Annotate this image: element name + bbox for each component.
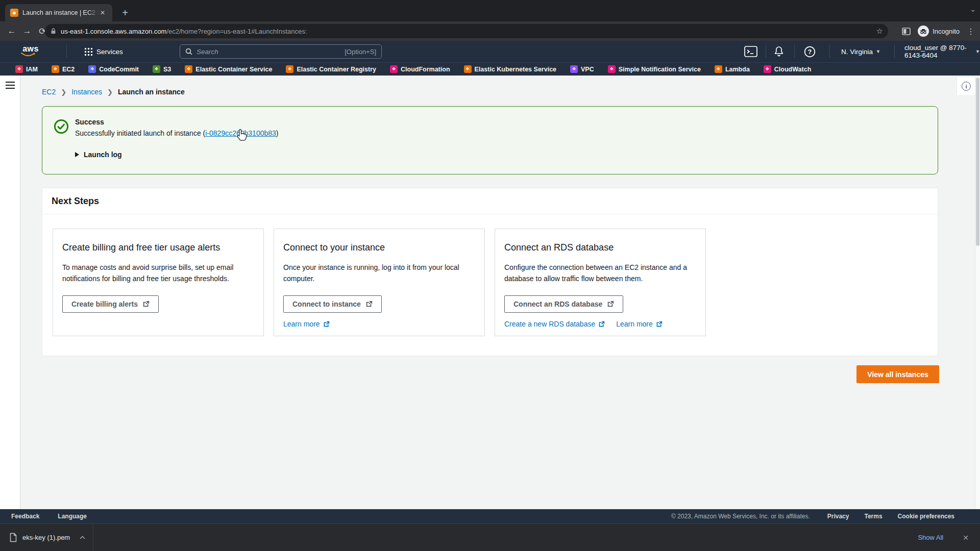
search-icon	[185, 48, 192, 55]
bell-icon	[773, 46, 785, 57]
split-screen-icon[interactable]	[902, 28, 911, 35]
view-all-instances-button[interactable]: View all instances	[856, 365, 939, 383]
incognito-badge: Incognito	[918, 26, 960, 37]
page-scrollbar[interactable]	[975, 76, 980, 509]
shelf-divider	[93, 524, 93, 551]
aws-console-favicon: ◆	[10, 9, 18, 17]
privacy-link[interactable]: Privacy	[827, 513, 849, 520]
service-icon	[764, 65, 771, 73]
search-placeholder: Search	[197, 48, 218, 56]
forward-icon[interactable]: →	[19, 26, 35, 36]
browser-tab[interactable]: ◆ Launch an instance | EC2 Mana ✕	[5, 4, 112, 21]
download-filename: eks-key (1).pem	[22, 534, 70, 541]
chevron-down-icon: ▼	[876, 49, 880, 54]
browser-menu-icon[interactable]: ⋮	[967, 27, 975, 36]
service-icon	[185, 65, 192, 73]
bookmark-star-icon[interactable]: ☆	[876, 27, 883, 36]
favorite-label: S3	[163, 66, 171, 73]
cloudshell-button[interactable]	[744, 41, 757, 62]
back-icon[interactable]: ←	[4, 26, 19, 36]
lock-icon	[50, 28, 57, 35]
instance-id-link[interactable]: i-0829cc260b3100b83	[205, 129, 276, 137]
favorite-bookmark[interactable]: CloudWatch	[764, 65, 811, 73]
service-icon	[570, 65, 578, 73]
success-check-icon	[54, 119, 69, 134]
favorite-bookmark[interactable]: Elastic Container Service	[185, 65, 272, 73]
aws-footer: Feedback Language © 2023, Amazon Web Ser…	[0, 509, 980, 523]
card-body: To manage costs and avoid surprise bills…	[62, 262, 252, 284]
search-shortcut: [Option+S]	[345, 48, 376, 56]
nav-divider	[829, 45, 830, 58]
card-connect-instance: Connect to your instance Once your insta…	[274, 229, 485, 336]
favorite-label: Simple Notification Service	[619, 66, 701, 73]
search-input[interactable]: Search [Option+S]	[180, 44, 382, 59]
language-link[interactable]: Language	[58, 513, 87, 520]
favorite-bookmark[interactable]: Elastic Kubernetes Service	[464, 65, 557, 73]
button-label: Create billing alerts	[71, 300, 138, 308]
chevron-down-icon: ▼	[975, 49, 980, 54]
favorite-bookmark[interactable]: CodeCommit	[88, 65, 139, 73]
launch-log-label: Launch log	[84, 151, 122, 159]
help-icon: ?	[804, 46, 816, 58]
connect-rds-database-button[interactable]: Connect an RDS database	[504, 295, 623, 313]
favorite-label: CodeCommit	[99, 66, 139, 73]
cloudshell-icon	[744, 46, 757, 57]
service-icon	[153, 65, 160, 73]
favorite-bookmark[interactable]: S3	[153, 65, 171, 73]
region-selector[interactable]: N. Virginia ▼	[841, 41, 880, 62]
scrollbar-thumb[interactable]	[976, 78, 979, 246]
breadcrumb: EC2 ❯ Instances ❯ Launch an instance	[42, 88, 185, 96]
favorite-bookmark[interactable]: Simple Notification Service	[608, 65, 701, 73]
service-icon	[464, 65, 472, 73]
favorite-bookmark[interactable]: Elastic Container Registry	[286, 65, 376, 73]
aws-logo[interactable]: aws	[20, 44, 41, 57]
favorite-bookmark[interactable]: IAM	[15, 65, 38, 73]
alert-message-suffix: )	[276, 129, 279, 137]
notifications-button[interactable]	[773, 41, 785, 62]
show-all-downloads-link[interactable]: Show All	[918, 534, 943, 541]
favorite-bookmark[interactable]: Lambda	[715, 65, 750, 73]
info-panel-toggle[interactable]: i	[957, 77, 976, 96]
services-label: Services	[96, 48, 123, 56]
service-icon	[715, 65, 722, 73]
breadcrumb-ec2[interactable]: EC2	[42, 88, 56, 96]
create-billing-alerts-button[interactable]: Create billing alerts	[62, 295, 159, 313]
address-bar[interactable]: us-east-1.console.aws.amazon.com/ec2/hom…	[45, 24, 888, 38]
launch-log-expander[interactable]: Launch log	[75, 151, 938, 159]
side-navigation-rail	[0, 76, 20, 509]
expand-triangle-icon	[75, 152, 79, 157]
services-menu[interactable]: Services	[85, 41, 123, 62]
external-link-icon	[607, 300, 614, 308]
account-menu[interactable]: cloud_user @ 8770-6143-6404 ▼	[904, 41, 980, 62]
external-link-icon	[656, 321, 663, 328]
button-label: Connect an RDS database	[513, 300, 602, 308]
tab-close-icon[interactable]: ✕	[100, 9, 105, 16]
next-steps-title: Next Steps	[42, 188, 938, 214]
url-path: /ec2/home?region=us-east-1#LaunchInstanc…	[166, 28, 307, 35]
nav-divider	[766, 45, 766, 58]
region-label: N. Virginia	[841, 48, 873, 56]
cookie-preferences-link[interactable]: Cookie preferences	[898, 513, 954, 520]
hamburger-menu-icon[interactable]	[6, 82, 15, 91]
connect-to-instance-button[interactable]: Connect to instance	[283, 295, 382, 313]
tab-search-icon[interactable]: ⌄	[970, 5, 976, 13]
favorite-label: IAM	[26, 66, 38, 73]
new-tab-button[interactable]: +	[118, 6, 132, 19]
download-item[interactable]: eks-key (1).pem	[0, 524, 93, 551]
learn-more-link[interactable]: Learn more	[616, 320, 663, 328]
favorite-bookmark[interactable]: CloudFormation	[390, 65, 450, 73]
favorites-bar: IAMEC2CodeCommitS3Elastic Container Serv…	[0, 62, 980, 76]
chevron-up-icon[interactable]	[79, 535, 86, 540]
favorite-bookmark[interactable]: VPC	[570, 65, 594, 73]
create-rds-database-link[interactable]: Create a new RDS database	[504, 320, 605, 328]
card-billing-alerts: Create billing and free tier usage alert…	[53, 229, 264, 336]
favorite-bookmark[interactable]: EC2	[52, 65, 75, 73]
learn-more-link[interactable]: Learn more	[283, 320, 330, 328]
feedback-link[interactable]: Feedback	[11, 513, 39, 520]
help-button[interactable]: ?	[804, 41, 816, 62]
terms-link[interactable]: Terms	[864, 513, 882, 520]
external-link-icon	[142, 300, 150, 308]
card-title: Create billing and free tier usage alert…	[62, 242, 252, 253]
breadcrumb-instances[interactable]: Instances	[71, 88, 102, 96]
shelf-close-icon[interactable]: ✕	[963, 534, 969, 542]
